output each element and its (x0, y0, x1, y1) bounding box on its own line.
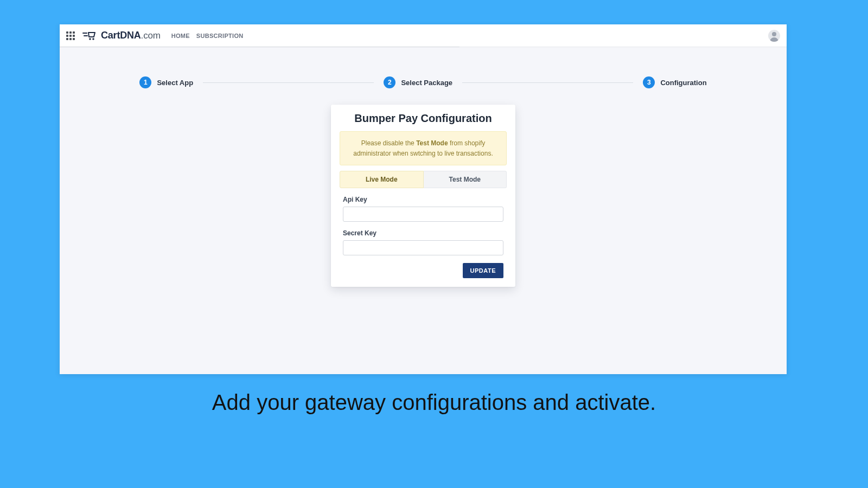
config-card: Bumper Pay Configuration Please disable … (331, 105, 515, 287)
alert-text-bold: Test Mode (416, 139, 448, 147)
mode-tabs: Live Mode Test Mode (340, 171, 507, 188)
test-mode-alert: Please disable the Test Mode from shopif… (340, 131, 507, 165)
svg-point-4 (772, 32, 776, 36)
app-window: CartDNA.com HOME SUBSCRIPTION 1 Select A… (60, 24, 787, 374)
nav-subscription[interactable]: SUBSCRIPTION (196, 33, 244, 39)
step-num-1: 1 (139, 76, 151, 88)
alert-text-pre: Please disable the (361, 139, 416, 147)
apps-grid-icon[interactable] (66, 31, 75, 40)
brand-name: CartDNA (101, 30, 141, 41)
secret-key-input[interactable] (343, 240, 503, 255)
step-num-2: 2 (384, 76, 395, 88)
svg-point-3 (92, 38, 94, 40)
avatar[interactable] (768, 30, 780, 42)
update-button[interactable]: UPDATE (463, 263, 503, 278)
step-select-app[interactable]: 1 Select App (139, 76, 193, 88)
step-label-2: Select Package (401, 79, 452, 87)
card-actions: UPDATE (340, 263, 507, 278)
step-num-3: 3 (643, 76, 655, 88)
user-icon (768, 30, 780, 42)
top-nav: HOME SUBSCRIPTION (171, 33, 244, 39)
topbar: CartDNA.com HOME SUBSCRIPTION (60, 24, 787, 47)
page-caption: Add your gateway configurations and acti… (0, 390, 868, 415)
api-key-field: Api Key (340, 196, 507, 222)
step-divider (462, 82, 633, 83)
step-label-3: Configuration (660, 79, 706, 87)
nav-home[interactable]: HOME (171, 33, 190, 39)
cart-icon (82, 31, 99, 41)
step-label-1: Select App (157, 79, 193, 87)
svg-point-2 (89, 38, 91, 40)
card-title: Bumper Pay Configuration (340, 112, 507, 125)
step-divider (203, 82, 374, 83)
brand-logo[interactable]: CartDNA.com (82, 30, 161, 41)
stepper: 1 Select App 2 Select Package 3 Configur… (139, 76, 706, 88)
brand-suffix: .com (141, 30, 161, 41)
api-key-input[interactable] (343, 207, 503, 222)
step-configuration[interactable]: 3 Configuration (643, 76, 706, 88)
step-select-package[interactable]: 2 Select Package (384, 76, 452, 88)
api-key-label: Api Key (343, 196, 503, 203)
secret-key-label: Secret Key (343, 229, 503, 237)
secret-key-field: Secret Key (340, 229, 507, 255)
tab-live-mode[interactable]: Live Mode (340, 171, 424, 188)
tab-test-mode[interactable]: Test Mode (424, 171, 507, 188)
